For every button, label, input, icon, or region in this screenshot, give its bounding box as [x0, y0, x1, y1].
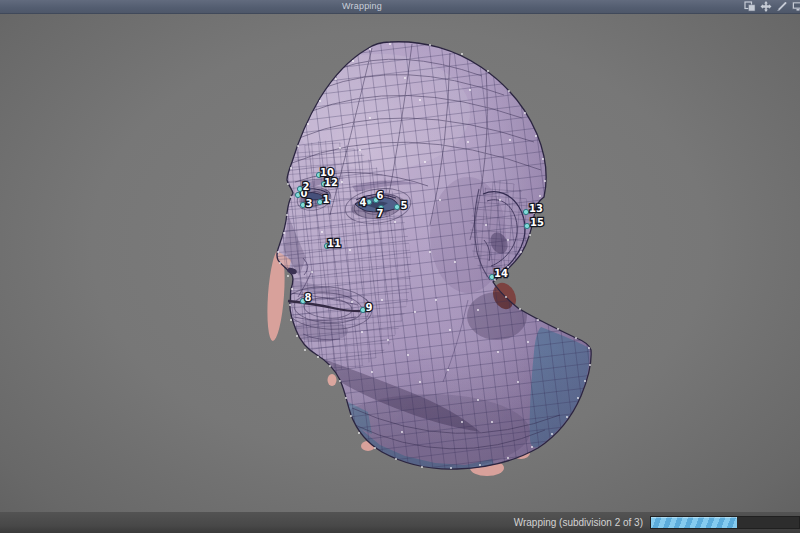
landmark-label-3: 3 [306, 198, 313, 209]
progress-fill [651, 517, 737, 528]
head-mesh-canvas: 0123456789101112131415 [0, 14, 800, 512]
pen-icon[interactable] [776, 1, 788, 12]
landmark-label-8: 8 [305, 292, 312, 303]
head-mesh [245, 25, 610, 485]
viewport-3d[interactable]: 0123456789101112131415 [0, 14, 800, 512]
landmark-label-13: 13 [529, 203, 543, 214]
titlebar-icons [744, 1, 800, 12]
status-text: Wrapping (subdivision 2 of 3) [514, 517, 643, 528]
landmark-label-1: 1 [323, 194, 330, 205]
landmark-label-5: 5 [401, 200, 408, 211]
landmark-label-14: 14 [494, 268, 508, 279]
landmark-label-6: 6 [377, 190, 384, 201]
landmark-label-9: 9 [366, 302, 373, 313]
landmark-11[interactable]: 11 [324, 238, 341, 249]
landmark-label-11: 11 [327, 238, 341, 249]
window-title: Wrapping [342, 1, 382, 11]
landmark-label-7: 7 [377, 208, 384, 219]
landmark-label-2: 2 [303, 181, 310, 192]
landmark-12[interactable]: 12 [321, 177, 338, 188]
titlebar: Wrapping [0, 0, 800, 14]
pan-icon[interactable] [760, 1, 772, 12]
progress-bar [650, 516, 800, 529]
landmark-label-15: 15 [530, 217, 544, 228]
landmark-7[interactable]: 7 [377, 205, 384, 218]
monitor-icon[interactable] [792, 1, 800, 12]
landmark-label-12: 12 [324, 177, 338, 188]
landmark-label-4: 4 [360, 197, 367, 208]
windows-icon[interactable] [744, 1, 756, 12]
statusbar: Wrapping (subdivision 2 of 3) [0, 512, 800, 533]
